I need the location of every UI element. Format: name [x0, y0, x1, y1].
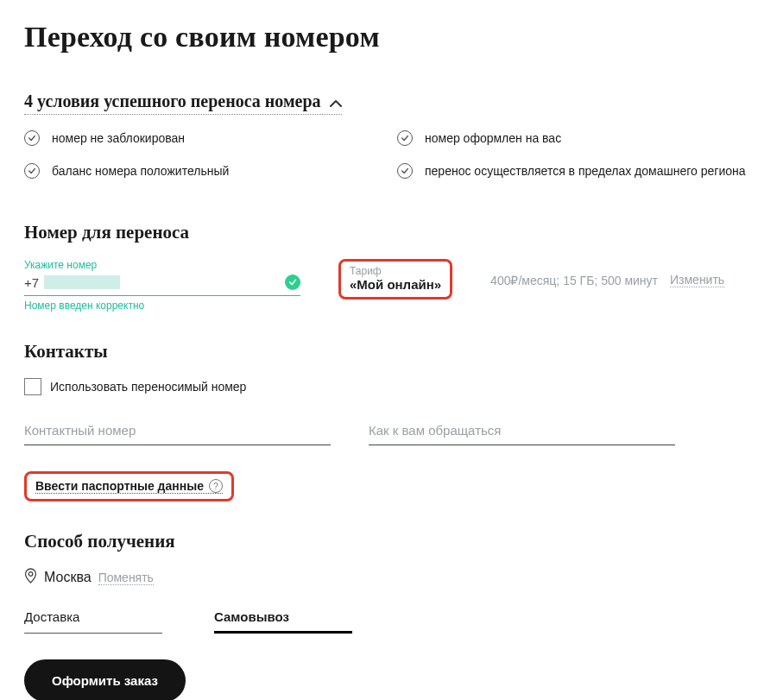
- condition-item: номер оформлен на вас: [397, 130, 753, 146]
- use-ported-number-checkbox[interactable]: [24, 378, 41, 395]
- city-name: Москва: [44, 570, 92, 585]
- condition-item: баланс номера положительный: [24, 163, 380, 179]
- conditions-header-text: 4 условия успешного переноса номера: [24, 91, 321, 111]
- passport-link-text: Ввести паспортные данные: [35, 479, 204, 493]
- condition-text: баланс номера положительный: [52, 164, 229, 178]
- check-circle-icon: [24, 130, 40, 146]
- contacts-title: Контакты: [24, 341, 753, 363]
- conditions-toggle[interactable]: 4 условия успешного переноса номера: [24, 91, 342, 115]
- condition-text: номер оформлен на вас: [425, 131, 561, 145]
- tariff-label: Тариф: [350, 265, 441, 277]
- tariff-name: «Мой онлайн»: [350, 277, 441, 292]
- help-icon[interactable]: ?: [209, 479, 223, 493]
- svg-point-0: [28, 572, 33, 577]
- condition-text: номер не заблокирован: [52, 131, 185, 145]
- check-circle-icon: [24, 163, 40, 179]
- tariff-highlight: Тариф «Мой онлайн»: [338, 259, 452, 300]
- tariff-details: 400₽/месяц; 15 ГБ; 500 минут: [490, 274, 658, 287]
- delivery-title: Способ получения: [24, 531, 753, 552]
- condition-item: перенос осуществляется в пределах домашн…: [397, 163, 753, 179]
- submit-order-button[interactable]: Оформить заказ: [24, 659, 186, 700]
- phone-prefix: +7: [24, 275, 39, 290]
- delivery-tabs: Доставка Самовывоз: [24, 609, 753, 634]
- check-circle-icon: [397, 130, 413, 146]
- city-change-link[interactable]: Поменять: [98, 571, 154, 585]
- number-section-title: Номер для переноса: [24, 222, 753, 243]
- use-ported-number-label: Использовать переносимый номер: [50, 380, 246, 394]
- page-title: Переход со своим номером: [24, 21, 753, 54]
- phone-number-field[interactable]: Укажите номер +7 Номер введен корректно: [24, 259, 300, 312]
- tab-delivery[interactable]: Доставка: [24, 609, 162, 634]
- phone-number-masked: [44, 275, 120, 289]
- condition-item: номер не заблокирован: [24, 130, 380, 146]
- conditions-list: номер не заблокирован номер оформлен на …: [24, 130, 753, 179]
- chevron-up-icon: [330, 91, 342, 111]
- contact-name-input[interactable]: [369, 418, 675, 445]
- phone-valid-message: Номер введен корректно: [24, 300, 300, 312]
- contact-phone-input[interactable]: [24, 418, 331, 445]
- passport-highlight: Ввести паспортные данные ?: [24, 471, 234, 501]
- check-circle-icon: [397, 163, 413, 179]
- condition-text: перенос осуществляется в пределах домашн…: [425, 164, 746, 178]
- phone-field-label: Укажите номер: [24, 259, 300, 271]
- passport-data-link[interactable]: Ввести паспортные данные ?: [35, 479, 223, 494]
- check-valid-icon: [285, 274, 300, 290]
- tab-pickup[interactable]: Самовывоз: [214, 609, 352, 634]
- tariff-change-link[interactable]: Изменить: [670, 273, 724, 287]
- pin-icon: [24, 568, 37, 587]
